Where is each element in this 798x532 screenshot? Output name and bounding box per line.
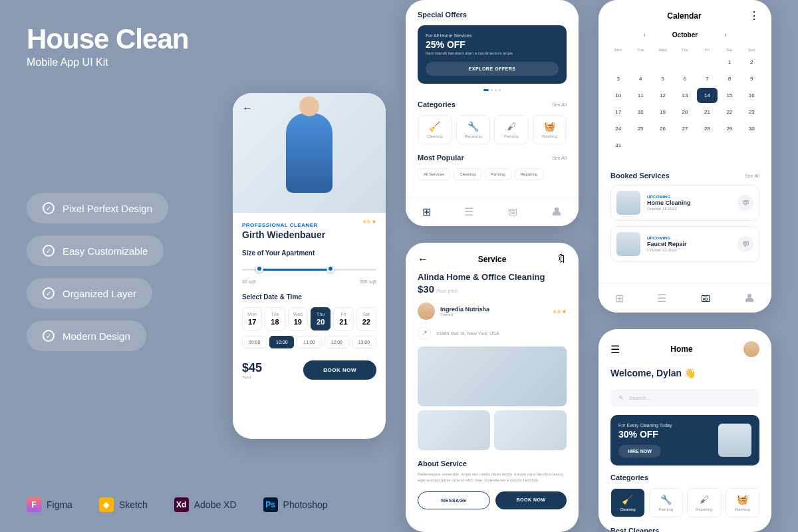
nav-profile-icon[interactable]: 👤︎ (744, 293, 755, 305)
size-slider[interactable] (242, 263, 376, 277)
check-icon: ✓ (43, 330, 55, 342)
back-icon[interactable]: ← (418, 253, 428, 265)
calendar-day[interactable]: 28 (697, 121, 718, 136)
calendar-day[interactable]: 16 (741, 88, 762, 103)
category-cell[interactable]: 🖌Painting (494, 115, 529, 144)
calendar-day[interactable]: 1 (719, 55, 739, 70)
owner-avatar[interactable] (418, 303, 435, 320)
booked-service-item[interactable]: UPCOMINGHome CleaningOctober 18 2022💬︎ (610, 185, 759, 221)
calendar-day[interactable]: 13 (674, 88, 695, 103)
calendar-day[interactable]: 8 (719, 71, 739, 86)
more-icon[interactable]: ⋮ (749, 9, 759, 22)
calendar-day[interactable]: 2 (741, 55, 762, 70)
nav-calendar-icon[interactable]: 📅︎ (507, 206, 518, 218)
time-cell[interactable]: 12:00 (325, 336, 349, 348)
back-icon[interactable]: ← (242, 102, 253, 114)
nav-list-icon[interactable]: ☰ (464, 205, 473, 218)
calendar-day[interactable]: 21 (697, 104, 718, 120)
calendar-day[interactable]: 20 (674, 104, 695, 120)
book-now-button[interactable]: BOOK NOW (495, 491, 567, 509)
book-button[interactable]: BOOK NOW (303, 360, 376, 380)
location-icon: 📍︎ (418, 327, 431, 340)
nav-home-icon[interactable]: ⊞ (422, 205, 431, 218)
calendar-day[interactable]: 30 (741, 121, 762, 136)
time-cell[interactable]: 10:00 (269, 336, 294, 348)
calendar-day[interactable]: 25 (630, 121, 650, 136)
next-month-icon[interactable]: › (724, 31, 726, 39)
bottom-nav: ⊞ ☰ 📅︎ 👤︎ (406, 197, 579, 226)
nav-home-icon[interactable]: ⊞ (615, 292, 624, 305)
calendar-day[interactable]: 24 (608, 121, 628, 136)
service-image[interactable] (418, 346, 567, 406)
calendar-day[interactable]: 3 (608, 71, 628, 86)
category-cell[interactable]: 🧺Washing (726, 488, 760, 517)
day-cell[interactable]: Sat22 (356, 307, 376, 331)
message-button[interactable]: MESSAGE (418, 491, 490, 509)
category-cell[interactable]: 🔧Repairing (456, 115, 491, 144)
see-all-link[interactable]: See All (745, 174, 759, 178)
day-cell[interactable]: Tue18 (265, 307, 285, 331)
calendar-day[interactable]: 7 (697, 71, 718, 86)
category-cell[interactable]: 🔧Painting (649, 488, 684, 517)
search-input[interactable]: 🔍︎Search... (610, 389, 759, 407)
explore-offers-button[interactable]: EXPLORE OFFERS (426, 62, 559, 76)
chat-icon[interactable]: 💬︎ (737, 195, 753, 211)
nav-calendar-icon[interactable]: 📅︎ (700, 293, 711, 305)
calendar-day[interactable]: 19 (652, 104, 673, 120)
calendar-day[interactable]: 5 (652, 71, 673, 86)
calendar-day[interactable]: 22 (719, 104, 739, 120)
bookmark-icon[interactable]: 🔖︎ (556, 253, 567, 265)
user-avatar[interactable] (743, 341, 759, 357)
cleaner-name: Girth Wiedenbauer (242, 229, 376, 240)
see-all-link[interactable]: See All (552, 102, 567, 107)
service-image[interactable] (418, 410, 490, 450)
offer-card[interactable]: For All Home Services 25% OFF Nam blandi… (418, 25, 567, 84)
category-cell[interactable]: 🧺Washing (533, 115, 567, 144)
calendar-day (608, 55, 628, 70)
calendar-day[interactable]: 26 (652, 121, 673, 136)
booked-service-item[interactable]: UPCOMINGFaucet RepairOctober 22 2022💬︎ (610, 226, 759, 262)
phone-home-offers: Special Offers For All Home Services 25%… (406, 0, 579, 226)
calendar-day[interactable]: 4 (630, 71, 650, 86)
calendar-day[interactable]: 10 (608, 88, 628, 103)
filter-chip[interactable]: Cleaning (454, 168, 481, 180)
day-cell[interactable]: Mon17 (242, 307, 262, 331)
nav-list-icon[interactable]: ☰ (657, 292, 666, 305)
calendar-day[interactable]: 11 (630, 88, 650, 103)
calendar-day[interactable]: 31 (608, 138, 628, 153)
calendar-day[interactable]: 17 (608, 104, 628, 120)
day-cell[interactable]: Thu20 (311, 307, 331, 331)
promo-image (718, 424, 751, 457)
calendar-day[interactable]: 15 (719, 88, 739, 103)
day-cell[interactable]: Wed19 (288, 307, 308, 331)
filter-chip[interactable]: Painting (485, 168, 511, 180)
nav-profile-icon[interactable]: 👤︎ (551, 206, 562, 218)
time-cell[interactable]: 11:00 (297, 336, 321, 348)
day-cell[interactable]: Fri21 (333, 307, 353, 331)
feature-pill: ✓Organized Layer (27, 278, 152, 309)
filter-chip[interactable]: Repairing (515, 168, 544, 180)
see-all-link[interactable]: See All (552, 156, 567, 160)
calendar-day[interactable]: 14 (697, 88, 718, 103)
calendar-day[interactable]: 27 (674, 121, 695, 136)
time-cell[interactable]: 13:00 (352, 336, 376, 348)
calendar-day[interactable]: 18 (630, 104, 650, 120)
chat-icon[interactable]: 💬︎ (737, 236, 753, 252)
calendar-day[interactable]: 9 (741, 71, 762, 86)
category-cell[interactable]: 🧹Cleaning (610, 488, 645, 517)
prev-month-icon[interactable]: ‹ (643, 31, 645, 39)
filter-chip[interactable]: All Services (418, 168, 450, 180)
category-cell[interactable]: 🖌Repairing (687, 488, 722, 517)
menu-icon[interactable]: ☰ (610, 343, 620, 356)
time-cell[interactable]: 09:00 (242, 336, 267, 348)
calendar-day[interactable]: 29 (719, 121, 739, 136)
calendar-day[interactable]: 12 (652, 88, 673, 103)
promo-card[interactable]: For Every Cleaning Today 30% OFF HIRE NO… (610, 415, 759, 466)
service-image[interactable] (494, 410, 567, 450)
hire-now-button[interactable]: HIRE NOW (618, 445, 661, 458)
category-cell[interactable]: 🧹Cleaning (418, 115, 452, 144)
calendar-day[interactable]: 6 (674, 71, 695, 86)
tool-xd: XdAdobe XD (174, 497, 237, 512)
ps-icon: Ps (263, 497, 278, 512)
calendar-day[interactable]: 23 (741, 104, 762, 120)
